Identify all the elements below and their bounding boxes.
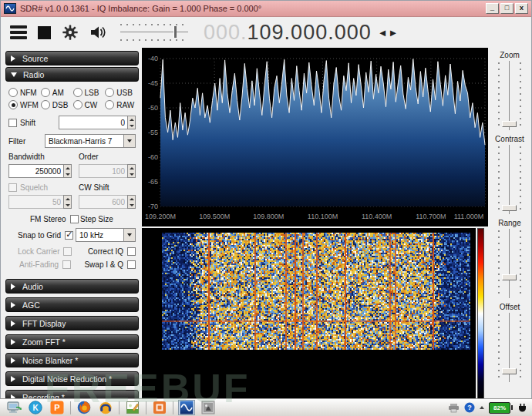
settings-button[interactable] (62, 22, 79, 42)
zoom-slider[interactable] (497, 61, 523, 130)
panel-label: Noise Blanker * (22, 356, 78, 365)
mode-lsb[interactable]: LSB (73, 88, 106, 97)
shift-spinner[interactable] (59, 116, 136, 129)
frequency-step-up-icon[interactable]: ► (389, 27, 399, 39)
fm-stereo-checkbox[interactable] (70, 215, 79, 223)
taskbar-image-editor-icon[interactable] (124, 400, 141, 415)
contrast-slider[interactable] (497, 145, 523, 214)
mode-am[interactable]: AM (41, 88, 73, 97)
mode-cw[interactable]: CW (73, 100, 106, 109)
audio-gain-slider[interactable] (120, 22, 188, 42)
radio-button-icon[interactable] (73, 100, 82, 109)
bandwidth-spinner[interactable] (8, 164, 72, 178)
slider-thumb[interactable] (173, 26, 177, 38)
svg-text:-70: -70 (148, 203, 158, 210)
help-icon[interactable]: ? (464, 402, 475, 413)
zoom-slider-thumb[interactable] (502, 121, 517, 127)
taskbar-pptv-icon[interactable]: P (49, 400, 66, 415)
battery-indicator[interactable]: 82% (489, 402, 513, 414)
mode-wfm[interactable]: WFM (8, 100, 41, 109)
frequency-value[interactable]: 109.000.000 (247, 21, 372, 45)
taskbar-kugou-icon[interactable]: K (27, 400, 44, 415)
step-size-dropdown[interactable]: 10 kHz (76, 228, 136, 242)
offset-slider-label: Offset (500, 303, 520, 311)
shift-checkbox[interactable] (8, 119, 17, 127)
frequency-step-down-icon[interactable]: ◄ (378, 27, 388, 39)
range-slider-thumb[interactable] (502, 274, 517, 280)
zoom-slider-block: Zoom (497, 51, 523, 130)
slider-ticks (498, 314, 500, 381)
shift-input[interactable] (59, 116, 127, 129)
radio-button-icon[interactable] (73, 88, 82, 97)
mode-dsb[interactable]: DSB (41, 100, 73, 109)
frequency-display[interactable]: 000. 109.000.000 ◄ ► (204, 21, 398, 45)
offset-slider[interactable] (497, 313, 523, 382)
radio-button-icon[interactable] (41, 100, 50, 109)
cw-shift-label: CW Shift (79, 183, 136, 192)
bandwidth-input[interactable] (8, 164, 63, 178)
spectrum-panel[interactable]: -40-45-50-55-60-65-70109.200M109.500M109… (142, 48, 488, 226)
slider-ticks (498, 62, 500, 129)
radio-button-icon[interactable] (8, 88, 18, 97)
sidebar: Source Radio NFMAMLSBUSB WFMDSBCWRAW Shi… (1, 48, 140, 399)
radio-button-icon[interactable] (8, 100, 18, 109)
taskbar-photo-viewer-icon[interactable] (200, 400, 217, 415)
snap-to-grid-checkbox[interactable] (65, 231, 73, 240)
sidebar-item-audio[interactable]: Audio (5, 279, 139, 294)
chevron-down-icon (11, 72, 17, 77)
waterfall-colorbar (477, 228, 484, 399)
desktop: SDR# v1.0.0.1361 - IQ Imbalance: Gain = … (0, 0, 532, 416)
sidebar-item-fft-display[interactable]: FFT Display (5, 316, 139, 330)
bandwidth-spin-buttons[interactable] (63, 164, 72, 178)
step-size-dropdown-arrow-icon[interactable] (123, 229, 135, 241)
shift-spin-buttons[interactable] (127, 116, 136, 129)
panel-label: FFT Display (22, 319, 66, 328)
correct-iq-label: Correct IQ (88, 247, 123, 256)
radio-header-label: Radio (23, 70, 44, 79)
stop-button[interactable] (38, 22, 51, 42)
mode-nfm[interactable]: NFM (8, 88, 41, 97)
power-plug-icon[interactable] (517, 403, 527, 413)
offset-slider-thumb[interactable] (502, 368, 517, 374)
filter-dropdown-arrow-icon[interactable] (123, 135, 135, 147)
sidebar-item-zoom-fft[interactable]: Zoom FFT * (5, 334, 139, 349)
tray-expand-icon[interactable] (480, 406, 484, 409)
contrast-slider-thumb[interactable] (502, 205, 517, 211)
taskbar-office-app-icon[interactable] (151, 400, 168, 415)
slider-ticks (498, 146, 500, 213)
slider-track (509, 145, 510, 214)
filter-dropdown[interactable]: Blackman-Harris 7 (45, 134, 136, 148)
chevron-right-icon (11, 339, 15, 345)
waterfall-panel[interactable] (142, 228, 476, 399)
swap-iq-checkbox[interactable] (127, 260, 136, 269)
minimize-button[interactable]: _ (486, 3, 499, 14)
maximize-button[interactable]: □ (500, 3, 513, 14)
chevron-right-icon (11, 283, 15, 290)
squelch-checkbox (8, 183, 17, 192)
close-button[interactable]: x (515, 3, 528, 14)
svg-text:-65: -65 (148, 178, 158, 186)
printer-icon[interactable] (448, 403, 460, 413)
sidebar-item-agc[interactable]: AGC (5, 297, 139, 312)
sidebar-item-digital-noise-reduction[interactable]: Digital Noise Reduction * (5, 371, 139, 386)
range-slider[interactable] (497, 229, 523, 298)
taskbar-sdrsharp-icon[interactable] (178, 400, 195, 415)
menu-button[interactable] (10, 22, 27, 42)
sidebar-item-source[interactable]: Source (5, 51, 139, 65)
slider-ticks (520, 314, 521, 381)
sidebar-item-noise-blanker[interactable]: Noise Blanker * (5, 353, 139, 367)
mode-raw[interactable]: RAW (105, 100, 137, 109)
correct-iq-checkbox[interactable] (127, 247, 136, 256)
taskbar-firefox-icon[interactable] (76, 400, 93, 415)
radio-button-icon[interactable] (41, 88, 50, 97)
taskbar-remote-desktop-icon[interactable] (5, 400, 22, 415)
battery-tip (511, 405, 513, 410)
mode-usb[interactable]: USB (105, 88, 137, 97)
radio-button-icon[interactable] (105, 100, 114, 109)
taskbar-audio-player-icon[interactable] (97, 400, 114, 415)
radio-button-icon[interactable] (105, 88, 114, 97)
mute-button[interactable] (89, 22, 108, 42)
offset-slider-block: Offset (497, 303, 523, 382)
sidebar-item-radio[interactable]: Radio (5, 67, 139, 82)
lock-carrier-label: Lock Carrier (18, 247, 59, 256)
